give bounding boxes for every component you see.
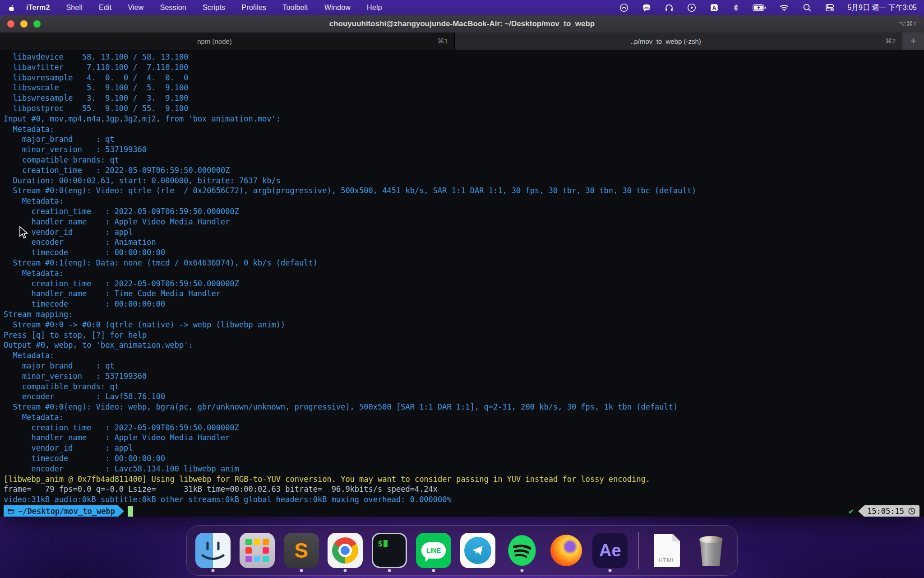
tab-mov-to-webp-zsh[interactable]: ..p/mov_to_webp (-zsh) ⌘2 — [455, 33, 902, 50]
terminal-line: libpostproc 55. 9.100 / 55. 9.100 — [4, 103, 924, 114]
terminal-line: encoder : Lavf58.76.100 — [4, 392, 924, 402]
tab-bar: npm (node) ⌘1 ..p/mov_to_webp (-zsh) ⌘2 … — [0, 33, 924, 50]
dock-item-finder[interactable] — [195, 530, 231, 571]
svg-text:A: A — [712, 5, 716, 11]
dock: S $ LINE Ae HTML — [186, 525, 738, 576]
terminal-line: compatible_brands: qt — [4, 155, 924, 165]
powerline-arrow-icon — [118, 505, 124, 517]
menubar-clock[interactable]: 5月9日 週一 下午3:05 — [847, 3, 917, 13]
apple-menu-icon[interactable] — [7, 3, 16, 12]
terminal-line: libavdevice 58. 13.100 / 58. 13.100 — [4, 52, 924, 62]
terminal-content[interactable]: libavdevice 58. 13.100 / 58. 13.100 liba… — [0, 50, 924, 517]
play-circle-icon[interactable] — [687, 3, 697, 13]
dock-item-sublime-text[interactable]: S — [283, 530, 319, 571]
dock-item-telegram[interactable] — [460, 530, 496, 571]
terminal-line: minor_version : 537199360 — [4, 371, 924, 382]
tab-shortcut: ⌘2 — [885, 37, 902, 45]
terminal-cursor — [128, 506, 133, 517]
launchpad-icon — [240, 533, 275, 568]
dock-item-spotify[interactable] — [504, 530, 540, 571]
zoom-button[interactable] — [33, 20, 41, 28]
window-titlebar[interactable]: chouyuuhitoshi@zhangyoujunde-MacBook-Air… — [0, 15, 924, 33]
menu-bar: iTerm2ShellEditViewSessionScriptsProfile… — [0, 0, 924, 15]
terminal-line: libswscale 5. 9.100 / 5. 9.100 — [4, 83, 924, 93]
headphones-icon[interactable] — [664, 3, 674, 13]
iterm-window: chouyuuhitoshi@zhangyoujunde-MacBook-Air… — [0, 15, 924, 517]
menu-iterm2[interactable]: iTerm2 — [26, 4, 50, 12]
spotlight-search-icon[interactable] — [802, 3, 812, 13]
prompt-time: 15:05:15 — [867, 506, 904, 517]
menu-help[interactable]: Help — [367, 4, 382, 12]
trash-icon — [698, 535, 724, 566]
window-shortcut-label: ⌥⌘1 — [898, 20, 924, 28]
terminal-line: frame= 79 fps=0.0 q=-0.0 Lsize= 31kB tim… — [4, 484, 924, 494]
firefox-icon — [549, 533, 584, 568]
menu-toolbelt[interactable]: Toolbelt — [282, 4, 308, 12]
iterm-icon: $ — [372, 533, 407, 568]
creative-cloud-icon[interactable] — [619, 3, 629, 13]
terminal-line: creation_time : 2022-05-09T06:59:50.0000… — [4, 423, 924, 433]
menu-view[interactable]: View — [128, 4, 143, 12]
terminal-line: Press [q] to stop, [?] for help — [4, 330, 924, 340]
close-button[interactable] — [7, 20, 14, 28]
terminal-line: handler_name : Apple Video Media Handler — [4, 433, 924, 443]
line-app-icon: LINE — [416, 533, 451, 568]
dock-item-after-effects[interactable]: Ae — [592, 530, 628, 571]
minimize-button[interactable] — [20, 20, 28, 28]
menu-shell[interactable]: Shell — [66, 4, 83, 12]
terminal-line: Output #0, webp, to 'box_animation.webp'… — [4, 340, 924, 350]
terminal-line: creation_time : 2022-05-09T06:59:50.0000… — [4, 165, 924, 176]
terminal-line: video:31kB audio:0kB subtitle:0kB other … — [4, 494, 924, 505]
terminal-line: vendor_id : appl — [4, 443, 924, 453]
dock-item-iterm[interactable]: $ — [371, 530, 407, 571]
telegram-icon — [460, 533, 495, 568]
finder-icon — [195, 533, 231, 568]
traffic-lights — [0, 20, 41, 28]
terminal-line: Metadata: — [4, 412, 924, 423]
window-title: chouyuuhitoshi@zhangyoujunde-MacBook-Air… — [0, 19, 924, 28]
menu-scripts[interactable]: Scripts — [203, 4, 225, 12]
clock-icon — [908, 507, 916, 515]
dock-item-line[interactable]: LINE — [416, 530, 452, 571]
menu-window[interactable]: Window — [324, 4, 351, 12]
dock-item-launchpad[interactable] — [239, 530, 275, 571]
terminal-line: Stream #0:1(eng): Data: none (tmcd / 0x6… — [4, 258, 924, 268]
line-icon[interactable]: LINE — [642, 3, 651, 13]
terminal-line: vendor_id : appl — [4, 227, 924, 238]
terminal-line: major_brand : qt — [4, 361, 924, 371]
new-tab-button[interactable]: + — [902, 33, 924, 50]
control-center-icon[interactable] — [825, 3, 835, 13]
menu-profiles[interactable]: Profiles — [241, 4, 266, 12]
terminal-line: compatible_brands: qt — [4, 382, 924, 392]
tab-npm-node[interactable]: npm (node) ⌘1 — [0, 33, 455, 50]
terminal-line: libswresample 3. 9.100 / 3. 9.100 — [4, 93, 924, 103]
dock-item-chrome[interactable] — [327, 530, 363, 571]
dock-item-trash[interactable] — [693, 530, 729, 571]
dock-item-firefox[interactable] — [548, 530, 584, 571]
terminal-line: Input #0, mov,mp4,m4a,3gp,3g2,mj2, from … — [4, 114, 924, 124]
terminal-line: libavresample 4. 0. 0 / 4. 0. 0 — [4, 73, 924, 83]
dock-item-html-file[interactable]: HTML — [649, 530, 685, 571]
chrome-icon — [328, 533, 363, 568]
terminal-line: encoder : Lavc58.134.100 libwebp_anim — [4, 464, 924, 474]
bluetooth-icon[interactable] — [732, 3, 740, 12]
terminal-line: Stream mapping: — [4, 309, 924, 320]
wifi-icon[interactable] — [779, 3, 790, 13]
menubar-status-area: LINE A 5月9日 週一 下午3:05 — [619, 3, 917, 13]
menu-session[interactable]: Session — [160, 4, 186, 12]
menu-items: iTerm2ShellEditViewSessionScriptsProfile… — [26, 4, 382, 12]
folder-icon — [7, 508, 15, 515]
menu-edit[interactable]: Edit — [99, 4, 111, 12]
prompt-path-badge: ~/Desktop/mov_to_webp — [4, 505, 118, 517]
terminal-line: Stream #0:0(eng): Video: webp, bgra(pc, … — [4, 402, 924, 412]
terminal-line: Duration: 00:00:02.63, start: 0.000000, … — [4, 176, 924, 186]
success-check-icon: ✔ — [849, 506, 854, 517]
prompt-right-status: ✔ 15:05:15 — [849, 505, 919, 517]
sublime-text-icon: S — [284, 533, 319, 568]
spotify-icon — [504, 533, 540, 568]
battery-charging-icon[interactable] — [753, 4, 766, 12]
input-source-a-icon[interactable]: A — [709, 3, 719, 13]
terminal-line: handler_name : Time Code Media Handler — [4, 289, 924, 299]
terminal-line: timecode : 00:00:00:00 — [4, 453, 924, 464]
terminal-line: libavfilter 7.110.100 / 7.110.100 — [4, 62, 924, 73]
